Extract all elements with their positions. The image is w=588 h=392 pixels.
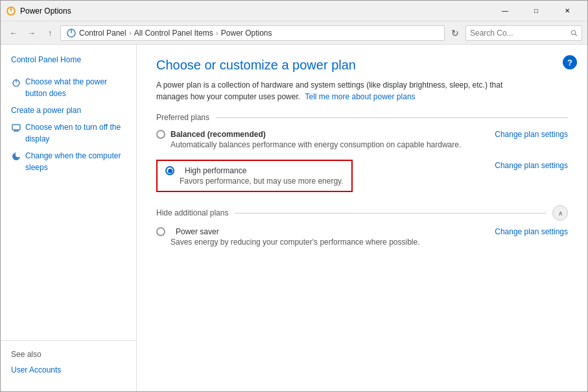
page-title: Choose or customize a power plan: [156, 58, 568, 73]
sidebar-control-panel-home[interactable]: Control Panel Home: [1, 51, 136, 68]
sidebar-item-create-plan[interactable]: Create a power plan: [1, 102, 136, 119]
preferred-plans-title: Preferred plans: [156, 113, 209, 122]
power-saver-label-row: Power saver: [156, 227, 420, 236]
hp-plan-box: High performance Favors performance, but…: [156, 160, 353, 192]
close-button[interactable]: ✕: [552, 1, 582, 21]
sidebar-item-power-button[interactable]: Choose what the power button does: [1, 73, 136, 102]
power-saver-plan-item: Power saver Saves energy by reducing you…: [156, 227, 568, 247]
sidebar-label-create-plan: Create a power plan: [11, 104, 81, 116]
sidebar-item-sleep[interactable]: Change when the computer sleeps: [1, 147, 136, 176]
search-input[interactable]: [470, 29, 568, 38]
path-sep-1: ›: [129, 29, 132, 38]
path-sep-2: ›: [216, 29, 218, 38]
power-saver-plan-name: Power saver: [176, 227, 219, 236]
search-icon: [570, 29, 578, 37]
sidebar-icon-display: [11, 123, 21, 133]
balanced-plan-label-row: Balanced (recommended): [156, 130, 461, 139]
maximize-button[interactable]: □: [521, 1, 551, 21]
hide-plans-title: Hide additional plans: [156, 208, 228, 217]
preferred-plans-divider: [216, 117, 568, 118]
window-icon: [6, 6, 16, 16]
hide-plans-header: Hide additional plans ∧: [156, 205, 568, 221]
sidebar-see-also-label: See also: [1, 347, 136, 361]
hp-plan-desc: Favors performance, but may use more ene…: [180, 177, 344, 186]
hp-plan-name: High performance: [185, 166, 246, 175]
power-saver-plan-left: Power saver Saves energy by reducing you…: [156, 227, 420, 247]
hp-plan-label-row: High performance: [165, 166, 344, 175]
learn-more-link[interactable]: Tell me more about power plans: [305, 92, 415, 101]
power-saver-radio[interactable]: [156, 227, 165, 236]
path-part-1: Control Panel: [79, 29, 126, 38]
sidebar-label-power-button: Choose what the power button does: [25, 76, 126, 99]
search-box[interactable]: [465, 25, 582, 41]
path-part-3: Power Options: [221, 29, 272, 38]
hp-radio[interactable]: [165, 166, 174, 175]
window-title: Power Options: [20, 6, 490, 16]
svg-point-4: [571, 30, 575, 34]
title-bar: Power Options — □ ✕: [1, 1, 587, 21]
forward-button[interactable]: →: [24, 25, 40, 41]
balanced-plan-left: Balanced (recommended) Automatically bal…: [156, 130, 461, 149]
balanced-plan-desc: Automatically balances performance with …: [171, 140, 461, 149]
svg-line-5: [575, 34, 577, 36]
hide-additional-plans-section: Hide additional plans ∧ Power saver Save…: [156, 205, 568, 247]
page-description: A power plan is a collection of hardware…: [156, 79, 532, 103]
sidebar-icon-power-button: [11, 77, 21, 88]
balanced-radio[interactable]: [156, 130, 165, 139]
address-icon: [66, 28, 76, 38]
sidebar-item-display[interactable]: Choose when to turn off the display: [1, 119, 136, 147]
path-part-2: All Control Panel Items: [134, 29, 213, 38]
window-controls: — □ ✕: [490, 1, 582, 21]
minimize-button[interactable]: —: [490, 1, 520, 21]
help-button[interactable]: ?: [563, 55, 577, 69]
hp-plan-row: High performance Favors performance, but…: [156, 160, 568, 195]
sidebar-icon-sleep: [11, 151, 21, 162]
address-bar: ← → ↑ Control Panel › All Control Panel …: [1, 21, 587, 45]
sidebar-bottom: See also User Accounts: [1, 340, 136, 385]
sidebar-label-display: Choose when to turn off the display: [25, 121, 126, 145]
balanced-change-settings-link[interactable]: Change plan settings: [495, 130, 568, 139]
back-button[interactable]: ←: [6, 25, 21, 41]
refresh-button[interactable]: ↻: [447, 25, 463, 41]
hp-change-settings-link[interactable]: Change plan settings: [495, 161, 568, 170]
sidebar: Control Panel Home Choose what the power…: [1, 45, 137, 391]
address-path[interactable]: Control Panel › All Control Panel Items …: [60, 25, 445, 41]
collapse-button[interactable]: ∧: [552, 205, 568, 221]
main-window: Power Options — □ ✕ ← → ↑ Control Panel …: [0, 0, 588, 392]
main-content: Control Panel Home Choose what the power…: [1, 45, 587, 391]
hide-plans-divider: [235, 213, 546, 214]
balanced-plan-name: Balanced (recommended): [171, 130, 266, 139]
power-saver-plan-desc: Saves energy by reducing your computer's…: [171, 238, 420, 247]
content-area: ? Choose or customize a power plan A pow…: [137, 45, 587, 391]
up-button[interactable]: ↑: [42, 25, 58, 41]
power-saver-change-settings-link[interactable]: Change plan settings: [495, 227, 568, 236]
balanced-plan-item: Balanced (recommended) Automatically bal…: [156, 130, 568, 149]
preferred-plans-header: Preferred plans: [156, 113, 568, 122]
svg-rect-8: [12, 125, 20, 130]
sidebar-item-user-accounts[interactable]: User Accounts: [1, 361, 136, 378]
sidebar-label-sleep: Change when the computer sleeps: [25, 150, 126, 173]
